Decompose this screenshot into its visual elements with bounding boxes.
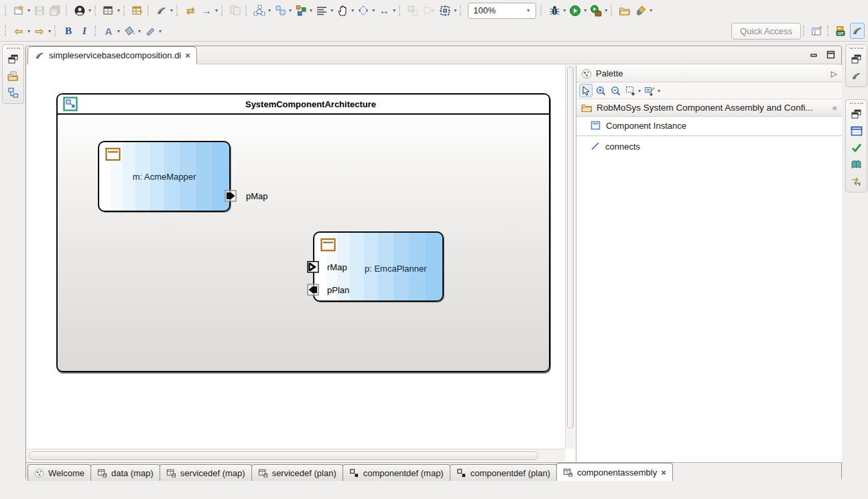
debug-button[interactable] — [547, 3, 562, 19]
toolbar-grip[interactable] — [827, 25, 830, 36]
toolbar-grip[interactable] — [5, 25, 7, 36]
chevron-down-icon[interactable]: ▾ — [48, 28, 51, 34]
restore-views-button[interactable] — [7, 54, 19, 64]
validation-view-icon[interactable] — [851, 142, 863, 153]
hand-tool-button[interactable] — [335, 3, 350, 19]
page-tab-welcome[interactable]: Welcome — [27, 464, 91, 481]
palette-drawer-robmosys[interactable]: RobMoSys System Component Assembly and C… — [576, 99, 842, 117]
toolbar-grip[interactable] — [460, 5, 462, 16]
select-diagram-elements-button[interactable] — [252, 3, 267, 19]
horizontal-scrollbar[interactable] — [27, 449, 565, 461]
chevron-down-icon[interactable]: ▾ — [454, 7, 456, 13]
toolbar-grip[interactable] — [123, 5, 126, 16]
stack-grip[interactable] — [850, 103, 863, 104]
outline-view-icon[interactable] — [851, 70, 863, 81]
run-button[interactable] — [568, 3, 582, 19]
chevron-down-icon[interactable]: ▾ — [351, 7, 354, 13]
toolbar-grip[interactable] — [399, 5, 401, 16]
toolbar-grip[interactable] — [95, 25, 97, 36]
zoom-level-combo[interactable]: 100%▾ — [468, 3, 536, 19]
toolbar-grip[interactable] — [54, 25, 57, 36]
user-profile-button[interactable] — [72, 3, 87, 19]
chevron-down-icon[interactable]: ▾ — [215, 7, 218, 13]
vertical-scrollbar[interactable] — [565, 65, 575, 449]
chevron-down-icon[interactable]: ▾ — [330, 7, 333, 13]
papyrus-perspective-button[interactable] — [850, 23, 865, 39]
paintbrush-button[interactable] — [633, 3, 648, 19]
arrow-right-button[interactable]: → — [199, 3, 214, 19]
component-acmemapper[interactable]: m: AcmeMapper — [98, 141, 231, 212]
bold-button[interactable]: B — [61, 23, 76, 39]
port-label-pmap[interactable]: pMap — [246, 191, 268, 201]
italic-button[interactable]: I — [77, 23, 92, 39]
diagram-frame-header[interactable]: SystemComponentArchitecture — [58, 95, 549, 115]
line-color-button[interactable] — [143, 23, 158, 39]
toolbar-grip[interactable] — [95, 5, 97, 16]
fill-color-button[interactable] — [122, 23, 137, 39]
port-label-rmap[interactable]: rMap — [327, 262, 347, 272]
open-folder-button[interactable] — [617, 3, 632, 19]
horizontal-resize-button[interactable]: ↔ — [377, 3, 391, 19]
chevron-down-icon[interactable]: ▾ — [117, 7, 120, 13]
port-pmap[interactable] — [225, 190, 237, 202]
chevron-down-icon[interactable]: ▾ — [605, 7, 607, 13]
chevron-down-icon[interactable]: ▾ — [310, 7, 312, 13]
toolbar-grip[interactable] — [176, 5, 179, 16]
maximize-button[interactable] — [826, 50, 836, 62]
chevron-down-icon[interactable]: ▾ — [170, 7, 173, 13]
open-perspective-button[interactable] — [810, 23, 824, 39]
stack-grip[interactable] — [850, 48, 863, 49]
palette-header[interactable]: Palette ▷ — [576, 65, 842, 82]
chevron-down-icon[interactable]: ▾ — [138, 28, 141, 34]
marquee-tool-button[interactable] — [623, 84, 637, 97]
routing-style-button[interactable] — [356, 3, 371, 19]
zoom-fit-button[interactable] — [438, 3, 452, 19]
port-pplan[interactable] — [307, 284, 319, 296]
new-table-button[interactable] — [130, 3, 145, 19]
arrange-nodes-button[interactable] — [294, 3, 308, 19]
restore-views-button[interactable] — [851, 54, 863, 64]
palette-expand-icon[interactable]: ▷ — [831, 69, 837, 78]
close-icon[interactable]: × — [185, 50, 190, 60]
papyrus-button[interactable] — [154, 3, 169, 19]
toolbar-grip[interactable] — [611, 5, 613, 16]
zoom-in-tool-button[interactable] — [594, 84, 607, 97]
toolbar-grip[interactable] — [66, 5, 68, 16]
new-model-button[interactable] — [101, 3, 116, 19]
minimize-button[interactable] — [809, 50, 819, 62]
documentation-view-icon[interactable] — [851, 159, 863, 170]
port-label-pplan[interactable]: pPlan — [327, 285, 349, 295]
toolbar-grip[interactable] — [147, 5, 150, 16]
restore-views-button[interactable] — [851, 109, 863, 119]
quick-access-button[interactable]: Quick Access — [731, 23, 801, 40]
sync-button[interactable]: ⇄ — [183, 3, 198, 19]
chevron-down-icon[interactable]: ▾ — [27, 7, 30, 13]
chevron-down-icon[interactable]: ▾ — [584, 7, 586, 13]
toolbar-grip[interactable] — [221, 5, 224, 16]
git-perspective-button[interactable]: GIT — [834, 23, 849, 39]
align-text-button[interactable] — [314, 3, 329, 19]
vertical-scrollbar-thumb[interactable] — [567, 66, 574, 429]
page-tab-servicedef-map[interactable]: servicedef (map) — [160, 464, 252, 481]
palette-item-component-instance[interactable]: Component Instance — [576, 117, 842, 134]
chevron-down-icon[interactable]: ▾ — [289, 7, 292, 13]
back-button[interactable]: ⇦ — [11, 23, 26, 39]
zoom-out-tool-button[interactable] — [609, 84, 622, 97]
forward-button[interactable]: ⇨ — [32, 23, 47, 39]
chevron-down-icon[interactable]: ▾ — [268, 7, 271, 13]
chevron-down-icon[interactable]: ▾ — [563, 7, 566, 13]
diagram-frame[interactable]: SystemComponentArchitecture — [56, 93, 550, 372]
chevron-down-icon[interactable]: ▾ — [27, 28, 30, 34]
chevron-down-icon[interactable]: ▾ — [159, 28, 162, 34]
chevron-down-icon[interactable]: ▾ — [658, 88, 660, 94]
close-icon[interactable]: × — [661, 467, 666, 478]
chevron-down-icon[interactable]: ▾ — [88, 7, 91, 13]
properties-view-icon[interactable] — [851, 125, 863, 136]
stack-grip[interactable] — [7, 48, 20, 49]
toolbar-grip[interactable] — [803, 25, 806, 36]
toolbar-grip[interactable] — [5, 5, 7, 16]
chevron-down-icon[interactable]: ▾ — [117, 28, 120, 34]
horizontal-scrollbar-thumb[interactable] — [29, 451, 538, 460]
palette-item-connects[interactable]: connects — [576, 137, 842, 155]
align-shapes-button[interactable] — [273, 3, 288, 19]
